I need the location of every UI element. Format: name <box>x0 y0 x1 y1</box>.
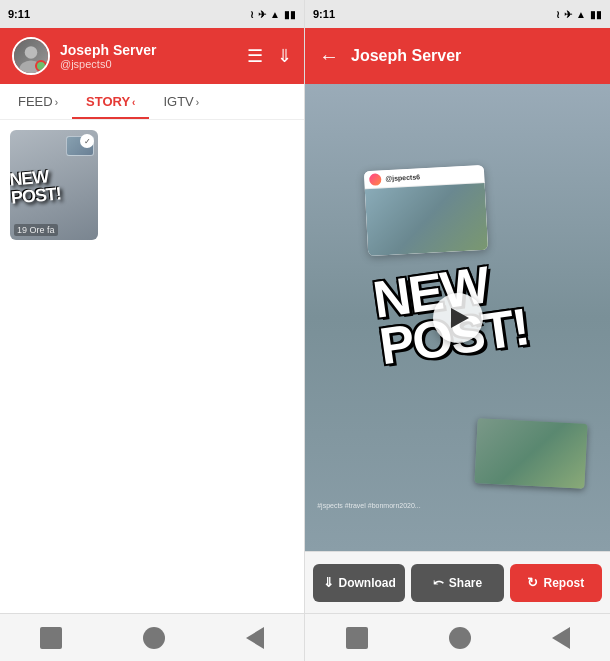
share-button[interactable]: ⤺ Share <box>411 564 503 602</box>
bottom-img-overlay <box>474 418 587 489</box>
story-timestamp: 19 Ore fa <box>14 224 58 236</box>
story-preview[interactable]: @jspects6 NEWPOST! #jspects #travel #bon… <box>305 84 610 551</box>
overlay-card-name: @jspects6 <box>385 173 420 182</box>
left-panel: 9:11 ≀ ✈ ▲ ▮▮ Joseph Server @jspects0 ☰ … <box>0 0 305 661</box>
status-icons-left: ≀ ✈ ▲ ▮▮ <box>250 9 296 20</box>
svg-point-0 <box>25 46 38 59</box>
header-handle: @jspects0 <box>60 58 237 70</box>
signal-icon-r: ✈ <box>564 9 572 20</box>
tab-igtv[interactable]: IGTV› <box>149 84 213 119</box>
overlay-card-avatar <box>369 173 382 186</box>
overlay-card: @jspects6 <box>364 165 488 256</box>
avatar <box>12 37 50 75</box>
feed-arrow: › <box>55 97 58 108</box>
tab-feed[interactable]: FEED› <box>4 84 72 119</box>
story-new-post-text: NEW POST! <box>10 163 98 207</box>
online-indicator <box>35 60 47 72</box>
right-panel: 9:11 ≀ ✈ ▲ ▮▮ ← Joseph Server @jspects6 … <box>305 0 610 661</box>
share-btn-icon: ⤺ <box>433 575 444 590</box>
download-button[interactable]: ⇓ Download <box>313 564 405 602</box>
overlay-card-img <box>365 183 488 256</box>
nav-triangle-right[interactable] <box>552 627 570 649</box>
wifi-icon: ▲ <box>270 9 280 20</box>
bluetooth-icon-r: ≀ <box>556 9 560 20</box>
bottom-nav-left <box>0 613 304 661</box>
header-left: Joseph Server @jspects0 ☰ ⇓ <box>0 28 304 84</box>
tabs: FEED› STORY‹ IGTV› <box>0 84 304 120</box>
status-icons-right: ≀ ✈ ▲ ▮▮ <box>556 9 602 20</box>
status-bar-right: 9:11 ≀ ✈ ▲ ▮▮ <box>305 0 610 28</box>
status-time-right: 9:11 <box>313 8 335 20</box>
battery-icon: ▮▮ <box>284 9 296 20</box>
wifi-icon-r: ▲ <box>576 9 586 20</box>
story-card[interactable]: NEW POST! 19 Ore fa ✓ <box>10 130 98 240</box>
share-btn-label: Share <box>449 576 482 590</box>
nav-square-right[interactable] <box>346 627 368 649</box>
status-time-left: 9:11 <box>8 8 30 20</box>
back-button[interactable]: ← <box>319 45 339 68</box>
bluetooth-icon: ≀ <box>250 9 254 20</box>
download-btn-icon: ⇓ <box>323 575 334 590</box>
status-bar-left: 9:11 ≀ ✈ ▲ ▮▮ <box>0 0 304 28</box>
nav-square-left[interactable] <box>40 627 62 649</box>
play-icon <box>451 308 469 328</box>
content-area: NEW POST! 19 Ore fa ✓ <box>0 120 304 613</box>
battery-icon-r: ▮▮ <box>590 9 602 20</box>
filter-icon[interactable]: ☰ <box>247 45 263 67</box>
repost-btn-icon: ↻ <box>527 575 538 590</box>
repost-btn-label: Repost <box>543 576 584 590</box>
header-user-info: Joseph Server @jspects0 <box>60 42 237 70</box>
header-right: ← Joseph Server <box>305 28 610 84</box>
tab-story[interactable]: STORY‹ <box>72 84 149 119</box>
play-button[interactable] <box>433 293 483 343</box>
download-icon[interactable]: ⇓ <box>277 45 292 67</box>
action-buttons: ⇓ Download ⤺ Share ↻ Repost <box>305 551 610 613</box>
repost-button[interactable]: ↻ Repost <box>510 564 602 602</box>
bottom-nav-right <box>305 613 610 661</box>
right-panel-title: Joseph Server <box>351 47 461 65</box>
bottom-img-text: #jspects #travel #bonmorn2020... <box>317 502 421 509</box>
story-arrow: ‹ <box>132 97 135 108</box>
download-btn-label: Download <box>339 576 396 590</box>
story-checkmark: ✓ <box>80 134 94 148</box>
nav-circle-right[interactable] <box>449 627 471 649</box>
header-icons-left: ☰ ⇓ <box>247 45 292 67</box>
nav-circle-left[interactable] <box>143 627 165 649</box>
nav-triangle-left[interactable] <box>246 627 264 649</box>
header-username: Joseph Server <box>60 42 237 58</box>
signal-icon: ✈ <box>258 9 266 20</box>
igtv-arrow: › <box>196 97 199 108</box>
